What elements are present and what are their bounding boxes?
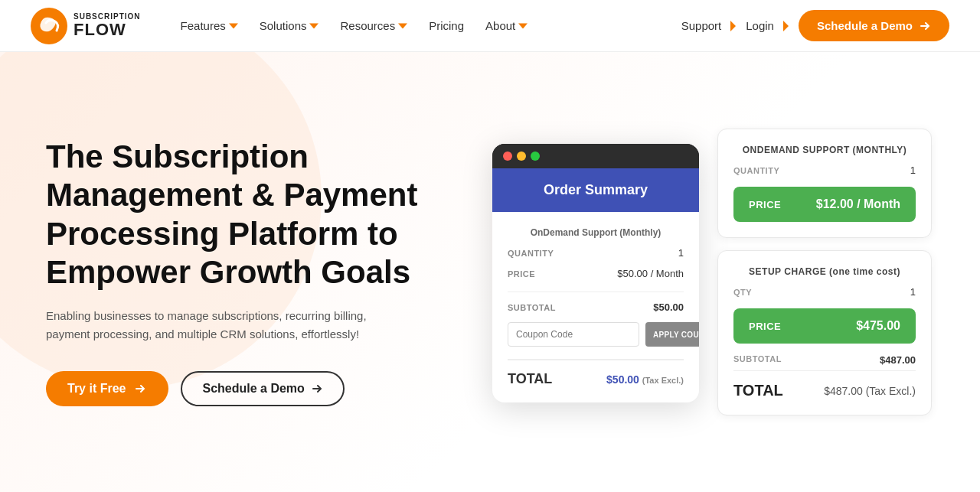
ondemand-card: ONDEMAND SUPPORT (MONTHLY) QUANTITY 1 PR… (717, 129, 932, 238)
nav-solutions[interactable]: Solutions (250, 13, 328, 38)
hero-buttons: Try it Free Schedule a Demo (46, 371, 475, 406)
ondemand-price-bar: PRICE $12.00 / Month (733, 187, 916, 222)
subtotal-row: SUBTOTAL $50.00 (508, 301, 684, 313)
nav-right: Support Login Schedule a Demo (681, 10, 949, 41)
logo-flow: FLOW (74, 21, 141, 39)
order-card-body: OnDemand Support (Monthly) QUANTITY 1 PR… (492, 212, 699, 402)
nav-login[interactable]: Login (746, 19, 789, 32)
nav-pricing[interactable]: Pricing (420, 13, 473, 38)
hero-section: The Subscription Management & Payment Pr… (0, 52, 980, 492)
nav-schedule-demo-button[interactable]: Schedule a Demo (799, 10, 949, 41)
order-divider (508, 292, 684, 292)
nav-support[interactable]: Support (681, 19, 737, 32)
order-summary-card: Order Summary OnDemand Support (Monthly)… (492, 144, 699, 402)
order-section-title: OnDemand Support (Monthly) (508, 227, 684, 238)
total-row: TOTAL $50.00 (Tax Excl.) (508, 359, 684, 387)
setup-subtotal-row: SUBTOTAL $487.00 (733, 354, 916, 366)
hero-right: Order Summary OnDemand Support (Monthly)… (475, 129, 949, 415)
dot-green (531, 152, 540, 161)
setup-total-row: TOTAL $487.00 (Tax Excl.) (733, 370, 916, 399)
order-quantity-row: QUANTITY 1 (508, 247, 684, 259)
window-header (492, 144, 699, 168)
coupon-input[interactable] (508, 322, 639, 347)
setup-title: SETUP CHARGE (one time cost) (733, 266, 916, 277)
hero-content: The Subscription Management & Payment Pr… (46, 138, 475, 407)
setup-card: SETUP CHARGE (one time cost) QTY 1 PRICE… (717, 250, 932, 415)
nav-resources[interactable]: Resources (331, 13, 416, 38)
hero-title: The Subscription Management & Payment Pr… (46, 138, 475, 292)
navbar: SUBSCRIPTION FLOW Features Solutions Res… (0, 0, 980, 52)
hero-subtitle: Enabling businesses to manage subscripti… (46, 307, 413, 344)
dot-yellow (517, 152, 526, 161)
dot-red (503, 152, 512, 161)
window-dots (492, 144, 699, 161)
order-card-header: Order Summary (492, 168, 699, 212)
nav-features[interactable]: Features (172, 13, 247, 38)
apply-coupon-button[interactable]: APPLY COUPON (645, 322, 699, 347)
ondemand-title: ONDEMAND SUPPORT (MONTHLY) (733, 145, 916, 155)
setup-price-bar: PRICE $475.00 (733, 308, 916, 344)
ondemand-qty-row: QUANTITY 1 (733, 165, 916, 176)
try-free-button[interactable]: Try it Free (46, 371, 168, 406)
right-panel: ONDEMAND SUPPORT (MONTHLY) QUANTITY 1 PR… (717, 129, 932, 415)
setup-qty-row: QTY 1 (733, 286, 916, 298)
order-price-row: PRICE $50.00 / Month (508, 268, 684, 279)
order-summary-container: Order Summary OnDemand Support (Monthly)… (492, 129, 699, 402)
logo[interactable]: SUBSCRIPTION FLOW (31, 8, 141, 44)
schedule-demo-button[interactable]: Schedule a Demo (181, 371, 344, 406)
nav-about[interactable]: About (476, 13, 537, 38)
coupon-row: APPLY COUPON (508, 322, 684, 347)
nav-links: Features Solutions Resources Pricing Abo… (172, 13, 681, 38)
